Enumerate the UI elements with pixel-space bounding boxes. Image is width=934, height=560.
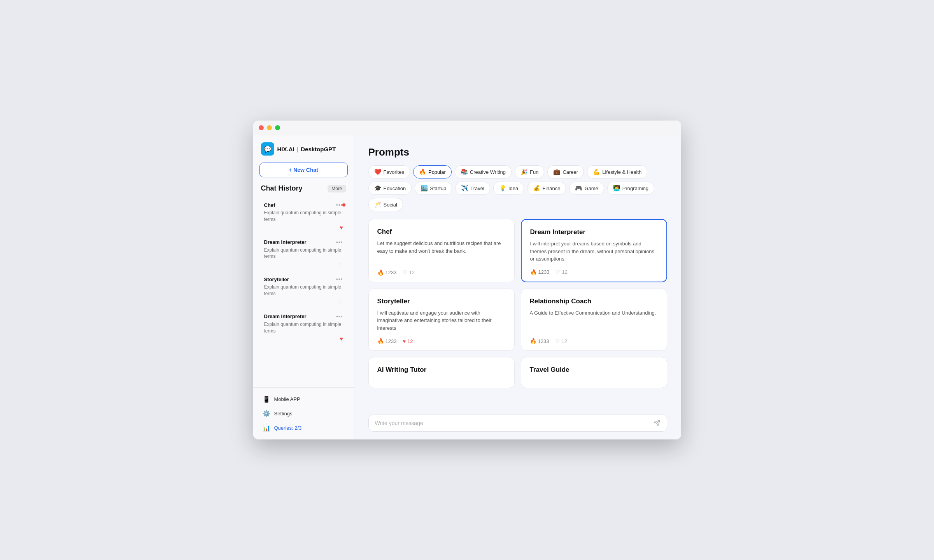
heart-icon: ♡ xyxy=(555,338,560,344)
chat-item-menu[interactable]: ••• xyxy=(336,276,343,282)
tag-label: Favorites xyxy=(384,169,404,175)
more-button[interactable]: More xyxy=(328,185,346,192)
product-label: DesktopGPT xyxy=(301,146,336,152)
chat-item[interactable]: Storyteller ••• Explain quantum computin… xyxy=(256,272,351,309)
tag-emoji: 👩‍💻 xyxy=(613,185,620,192)
tag-button-favorites[interactable]: ❤️Favorites xyxy=(368,165,410,178)
chat-item-heart[interactable]: ♥ xyxy=(340,224,343,231)
prompt-card-travel-guide[interactable]: Travel Guide xyxy=(521,357,667,388)
card-desc: A Guide to Effective Communication and U… xyxy=(530,309,658,332)
card-fire-count: 🔥 1233 xyxy=(530,269,550,275)
tag-label: Game xyxy=(584,186,598,191)
card-stats: 🔥 1233 ♡ 12 xyxy=(377,270,415,276)
main-panel: Prompts ❤️Favorites🔥Popular📚Creative Wri… xyxy=(354,135,681,439)
card-desc: I will captivate and engage your audienc… xyxy=(377,309,506,332)
prompt-card-chef[interactable]: Chef Let me suggest delicious and nutrit… xyxy=(368,219,515,282)
tag-button-career[interactable]: 💼Career xyxy=(547,165,584,178)
chat-item[interactable]: Dream Interpreter ••• Explain quantum co… xyxy=(256,310,351,346)
brand-name: HIX.AI | DesktopGPT xyxy=(277,146,336,152)
card-likes[interactable]: ♡ 12 xyxy=(403,270,414,275)
tag-emoji: ✈️ xyxy=(461,185,468,192)
main-content: Prompts ❤️Favorites🔥Popular📚Creative Wri… xyxy=(354,135,681,410)
tag-label: Education xyxy=(384,186,406,191)
chat-item[interactable]: Chef ••• Explain quantum computing in si… xyxy=(256,198,351,234)
footer-icon: 📊 xyxy=(263,424,270,432)
footer-icon: ⚙️ xyxy=(263,410,270,417)
tag-button-travel[interactable]: ✈️Travel xyxy=(455,182,490,195)
sidebar-footer-item[interactable]: ⚙️ Settings xyxy=(261,407,346,420)
tag-label: Creative Writing xyxy=(470,169,506,175)
chat-item-name: Dream Interpreter xyxy=(264,239,307,245)
tag-button-game[interactable]: 🎮Game xyxy=(569,182,604,195)
chat-item[interactable]: Dream Interpreter ••• Explain quantum co… xyxy=(256,235,351,272)
card-stats: 🔥 1233 ♡ 12 xyxy=(530,269,568,275)
fire-icon: 🔥 xyxy=(377,270,384,276)
chat-list: Chef ••• Explain quantum computing in si… xyxy=(253,196,354,387)
chat-item-menu[interactable]: ••• xyxy=(336,202,343,208)
tag-button-finance[interactable]: 💰Finance xyxy=(527,182,566,195)
message-input-wrapper xyxy=(368,415,667,432)
chat-history-title: Chat History xyxy=(261,184,303,192)
close-button[interactable] xyxy=(259,125,264,130)
tag-button-idea[interactable]: 💡Idea xyxy=(493,182,524,195)
card-likes[interactable]: ♡ 12 xyxy=(555,338,567,344)
card-likes[interactable]: ♡ 12 xyxy=(555,269,567,275)
tag-label: Career xyxy=(563,169,578,175)
maximize-button[interactable] xyxy=(275,125,280,130)
tag-emoji: 💰 xyxy=(533,185,540,192)
tag-button-creative-writing[interactable]: 📚Creative Writing xyxy=(455,165,512,178)
tag-row: ❤️Favorites🔥Popular📚Creative Writing🎉Fun… xyxy=(368,165,667,178)
tag-button-fun[interactable]: 🎉Fun xyxy=(515,165,544,178)
tag-button-popular[interactable]: 🔥Popular xyxy=(413,165,452,178)
send-button[interactable] xyxy=(654,420,661,427)
fire-icon: 🔥 xyxy=(530,269,537,275)
tag-button-programing[interactable]: 👩‍💻Programing xyxy=(607,182,654,195)
tag-emoji: 💡 xyxy=(499,185,506,192)
tag-emoji: 🎮 xyxy=(575,185,582,192)
tag-label: Lifestyle & Health xyxy=(602,169,641,175)
chat-item-preview: Explain quantum computing in simple term… xyxy=(264,321,343,334)
chat-item-heart[interactable]: ♡ xyxy=(338,261,343,268)
minimize-button[interactable] xyxy=(267,125,272,130)
fire-icon: 🔥 xyxy=(530,338,536,344)
sidebar-footer-item[interactable]: 📱 Mobile APP xyxy=(261,392,346,406)
card-likes[interactable]: ♥ 12 xyxy=(403,338,413,344)
tag-emoji: 🔥 xyxy=(419,168,426,175)
new-chat-button[interactable]: + New Chat xyxy=(259,163,348,177)
chat-item-heart[interactable]: ♥ xyxy=(340,336,343,342)
prompt-card-ai-writing-tutor[interactable]: AI Writing Tutor xyxy=(368,357,515,388)
tag-emoji: 🎉 xyxy=(520,168,528,175)
fire-icon: 🔥 xyxy=(377,338,384,344)
prompt-card-storyteller[interactable]: Storyteller I will captivate and engage … xyxy=(368,289,515,351)
prompt-card-dream-interpreter[interactable]: Dream Interpreter I will interpret your … xyxy=(521,219,667,282)
chat-item-menu[interactable]: ••• xyxy=(336,313,343,320)
chat-item-heart[interactable]: ♡ xyxy=(338,299,343,305)
fire-count-value: 1233 xyxy=(386,338,397,344)
card-footer: 🔥 1233 ♥ 12 xyxy=(377,338,506,344)
card-footer: 🔥 1233 ♡ 12 xyxy=(530,338,658,344)
chat-item-preview: Explain quantum computing in simple term… xyxy=(264,284,343,297)
likes-count: 12 xyxy=(409,270,414,275)
prompt-card-relationship-coach[interactable]: Relationship Coach A Guide to Effective … xyxy=(521,289,667,351)
tag-emoji: 💼 xyxy=(553,168,561,175)
message-input[interactable] xyxy=(375,420,650,426)
sidebar-footer-item[interactable]: 📊 Queries: 2/3 xyxy=(261,421,346,435)
tag-button-startup[interactable]: 🏙️Startup xyxy=(415,182,452,195)
tag-label: Idea xyxy=(508,186,518,191)
card-desc: I will interpret your dreams based on sy… xyxy=(530,240,658,263)
tag-button-education[interactable]: 🎓Education xyxy=(368,182,412,195)
card-title: Storyteller xyxy=(377,298,506,305)
card-title: AI Writing Tutor xyxy=(377,366,506,374)
tag-row: 🎓Education🏙️Startup✈️Travel💡Idea💰Finance… xyxy=(368,182,667,211)
chat-item-menu[interactable]: ••• xyxy=(336,239,343,245)
cards-grid: Chef Let me suggest delicious and nutrit… xyxy=(368,219,667,388)
card-stats: 🔥 1233 ♡ 12 xyxy=(530,338,567,344)
card-fire-count: 🔥 1233 xyxy=(377,270,397,276)
tag-button-social[interactable]: 🥂Social xyxy=(368,198,403,211)
likes-count: 12 xyxy=(562,269,567,275)
tag-label: Social xyxy=(384,202,397,208)
tag-label: Fun xyxy=(530,169,538,175)
footer-icon: 📱 xyxy=(263,396,270,403)
tag-button-lifestyle-&-health[interactable]: 💪Lifestyle & Health xyxy=(587,165,647,178)
hixai-label: HIX.AI xyxy=(277,146,294,152)
